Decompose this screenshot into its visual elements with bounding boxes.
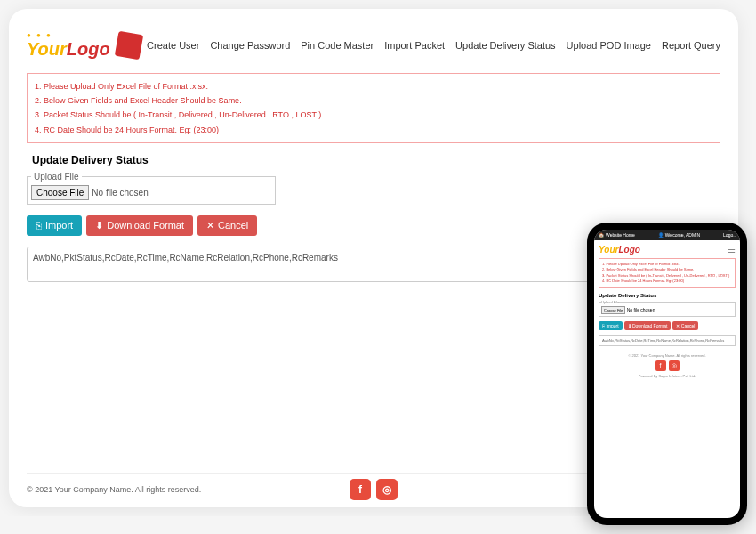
phone-footer: © 2021 Your Company Name. All rights res… bbox=[599, 353, 736, 378]
upload-fieldset: Upload File Choose File No file chosen bbox=[27, 172, 276, 205]
upload-legend: Upload File bbox=[31, 172, 82, 182]
phone-home-link[interactable]: 🏠 Website Home bbox=[599, 232, 635, 238]
instructions-box: 1. Please Upload Only Excel File of Form… bbox=[27, 73, 720, 143]
choose-file-button[interactable]: Choose File bbox=[31, 185, 89, 200]
cancel-icon: ✕ bbox=[206, 220, 214, 231]
social-links: f ◎ bbox=[350, 479, 398, 500]
nav-upload-pod-image[interactable]: Upload POD Image bbox=[567, 40, 651, 51]
phone-topbar: 🏠 Website Home 👤 Welcome, ADMIN Logo.. bbox=[594, 230, 740, 240]
phone-upload-fieldset: Upload File Choose File No file chosen bbox=[599, 300, 736, 317]
section-title: Update Delivery Status bbox=[32, 154, 720, 166]
logo-dots: ● ● ● bbox=[27, 31, 110, 39]
phone-cancel-button[interactable]: ✕ Cancel bbox=[672, 321, 698, 330]
instruction-line: 4. RC Date Should be 24 Hours Format. Eg… bbox=[35, 123, 712, 137]
logo[interactable]: ● ● ● YourLogo bbox=[27, 31, 141, 60]
hamburger-icon[interactable]: ☰ bbox=[728, 245, 736, 255]
phone-import-button[interactable]: ⎘ Import bbox=[599, 321, 623, 330]
nav-create-user[interactable]: Create User bbox=[147, 40, 199, 51]
phone-download-button[interactable]: ⬇ Download Format bbox=[624, 321, 672, 330]
file-chosen-text: No file chosen bbox=[92, 188, 148, 198]
nav-report-query[interactable]: Report Query bbox=[662, 40, 720, 51]
nav-change-password[interactable]: Change Password bbox=[210, 40, 290, 51]
nav-update-delivery-status[interactable]: Update Delivery Status bbox=[455, 40, 556, 51]
logo-box-icon bbox=[114, 31, 142, 60]
phone-logo[interactable]: YourLogo bbox=[599, 245, 640, 255]
instagram-icon[interactable]: ◎ bbox=[376, 479, 398, 500]
phone-section-title: Update Delivery Status bbox=[599, 293, 736, 298]
instruction-line: 3. Packet Status Should be ( In-Transit … bbox=[35, 108, 712, 122]
phone-instagram-icon[interactable]: ◎ bbox=[669, 360, 680, 371]
copyright: © 2021 Your Company Name. All rights res… bbox=[27, 485, 201, 494]
nav-import-packet[interactable]: Import Packet bbox=[384, 40, 445, 51]
cancel-button[interactable]: ✕Cancel bbox=[197, 215, 257, 236]
header: ● ● ● YourLogo Create User Change Passwo… bbox=[27, 27, 720, 73]
import-button[interactable]: ⎘Import bbox=[27, 215, 82, 236]
phone-screen: 🏠 Website Home 👤 Welcome, ADMIN Logo.. Y… bbox=[594, 230, 740, 516]
download-icon: ⬇ bbox=[95, 220, 103, 231]
instruction-line: 2. Below Given Fields and Excel Header S… bbox=[35, 93, 712, 108]
phone-instructions: 1. Please Upload Only Excel File of Form… bbox=[599, 258, 736, 288]
nav-pin-code-master[interactable]: Pin Code Master bbox=[301, 40, 374, 51]
import-icon: ⎘ bbox=[36, 220, 42, 231]
phone-textarea[interactable]: AwbNo,PktStatus,RcDate,RcTime,RcName,RcR… bbox=[599, 335, 736, 346]
phone-welcome: 👤 Welcome, ADMIN bbox=[658, 232, 700, 238]
main-nav: Create User Change Password Pin Code Mas… bbox=[147, 40, 720, 51]
instruction-line: 1. Please Upload Only Excel File of Form… bbox=[35, 79, 712, 93]
download-format-button[interactable]: ⬇Download Format bbox=[86, 215, 193, 236]
phone-facebook-icon[interactable]: f bbox=[655, 360, 666, 371]
phone-logout[interactable]: Logo.. bbox=[723, 232, 736, 238]
phone-choose-file[interactable]: Choose File bbox=[601, 306, 625, 314]
phone-mockup: 🏠 Website Home 👤 Welcome, ADMIN Logo.. Y… bbox=[587, 222, 747, 516]
facebook-icon[interactable]: f bbox=[350, 479, 371, 500]
phone-buttons: ⎘ Import ⬇ Download Format ✕ Cancel bbox=[599, 321, 736, 330]
file-input[interactable]: Choose File No file chosen bbox=[31, 185, 271, 200]
